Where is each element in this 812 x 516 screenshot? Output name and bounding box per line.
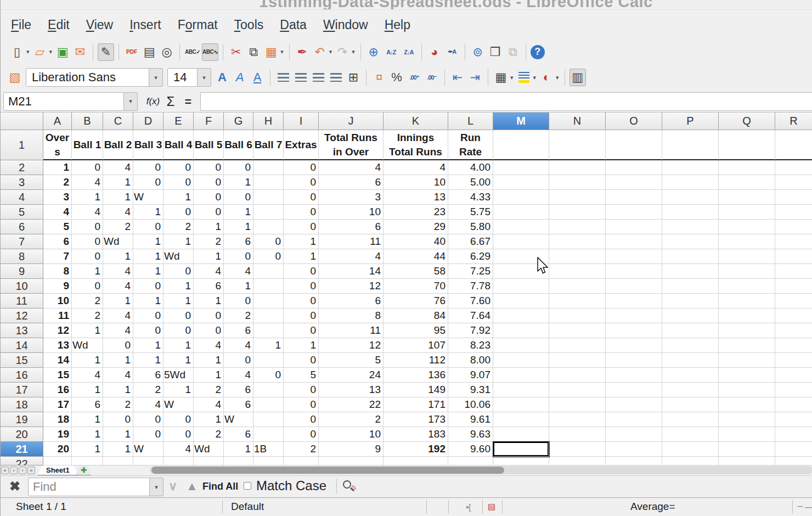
cell-L12[interactable]: 7.64 <box>448 309 493 323</box>
cell-L13[interactable]: 7.92 <box>448 323 493 338</box>
function-wizard-icon[interactable]: f(x) <box>144 93 162 110</box>
cell-I10[interactable]: 0 <box>284 279 319 294</box>
cell-Q10[interactable] <box>719 279 775 294</box>
cell-Q7[interactable] <box>719 234 775 249</box>
cell-A8[interactable]: 7 <box>43 249 72 264</box>
cell-B2[interactable]: 0 <box>72 160 103 175</box>
cell-H11[interactable] <box>253 294 284 309</box>
cell-E4[interactable]: 1 <box>163 190 194 205</box>
borders-dropdown-icon[interactable]: ▾ <box>510 74 514 81</box>
column-header-I[interactable]: I <box>284 113 319 130</box>
cell-Q5[interactable] <box>719 205 775 220</box>
sidebar-icon[interactable]: ▥ <box>569 69 586 86</box>
cell-Q13[interactable] <box>719 323 775 338</box>
cell-K17[interactable]: 149 <box>384 383 448 397</box>
cell-P15[interactable] <box>662 353 719 368</box>
cell-P5[interactable] <box>662 205 719 220</box>
horizontal-scrollbar[interactable] <box>150 466 812 474</box>
cell-M19[interactable] <box>493 412 549 427</box>
cell-P21[interactable] <box>662 442 719 457</box>
cell-Q11[interactable] <box>719 294 775 309</box>
cell-G15[interactable]: 0 <box>224 353 253 368</box>
sort-descending-icon[interactable]: Z↓A <box>401 43 417 61</box>
column-header-G[interactable]: G <box>224 113 253 130</box>
cell-A1[interactable]: Overs <box>43 130 72 160</box>
cell-D2[interactable]: 0 <box>133 160 163 175</box>
font-size-dropdown-icon[interactable]: ▾ <box>198 68 211 87</box>
cell-B8[interactable]: 0 <box>72 249 103 264</box>
cell-M16[interactable] <box>493 368 549 383</box>
cell-O12[interactable] <box>606 309 662 323</box>
cell-F16[interactable]: 1 <box>194 368 224 383</box>
first-sheet-icon[interactable]: « <box>1 467 9 474</box>
cell-D6[interactable]: 0 <box>133 220 163 234</box>
name-box[interactable]: M21 <box>3 92 124 111</box>
cell-M7[interactable] <box>493 234 549 249</box>
cell-P19[interactable] <box>662 412 719 427</box>
menu-edit[interactable]: Edit <box>40 13 78 37</box>
row-header-12[interactable]: 12 <box>1 309 43 323</box>
cell-K6[interactable]: 29 <box>384 220 448 234</box>
cell-L4[interactable]: 4.33 <box>448 190 493 205</box>
cell-C11[interactable]: 1 <box>103 294 133 309</box>
cell-E10[interactable]: 1 <box>163 279 194 294</box>
cell-M5[interactable] <box>493 205 549 220</box>
cell-N11[interactable] <box>549 294 606 309</box>
menu-view[interactable]: View <box>78 13 121 37</box>
cell-K11[interactable]: 76 <box>384 294 448 309</box>
cell-Q19[interactable] <box>719 412 775 427</box>
cell-I3[interactable]: 0 <box>284 175 319 190</box>
cell-L6[interactable]: 5.80 <box>448 220 493 234</box>
cell-M20[interactable] <box>493 427 549 442</box>
cell-M14[interactable] <box>493 338 549 353</box>
cell-J15[interactable]: 5 <box>319 353 384 368</box>
cell-L1[interactable]: Run Rate <box>448 130 493 160</box>
cell-J16[interactable]: 24 <box>319 368 384 383</box>
cell-R13[interactable] <box>775 323 812 338</box>
underline-icon[interactable]: A <box>249 69 266 86</box>
cell-J2[interactable]: 4 <box>319 160 384 175</box>
cell-G6[interactable]: 1 <box>224 220 253 234</box>
cell-H12[interactable] <box>253 309 284 323</box>
row-header-4[interactable]: 4 <box>1 190 43 205</box>
cell-C19[interactable]: 0 <box>103 412 133 427</box>
cell-N5[interactable] <box>549 205 606 220</box>
cell-E17[interactable]: 1 <box>163 383 194 397</box>
font-size-combo[interactable]: 14 ▾ <box>167 68 211 87</box>
cell-K4[interactable]: 13 <box>384 190 448 205</box>
column-header-P[interactable]: P <box>662 113 719 130</box>
cell-Q6[interactable] <box>719 220 775 234</box>
cell-J14[interactable]: 12 <box>319 338 384 353</box>
cell-G16[interactable]: 4 <box>224 368 253 383</box>
cell-O6[interactable] <box>606 220 662 234</box>
font-name-combo[interactable]: Liberation Sans ▾ <box>26 68 163 87</box>
cell-P22[interactable] <box>662 457 719 465</box>
cell-L9[interactable]: 7.25 <box>448 264 493 279</box>
cell-E20[interactable]: 0 <box>163 427 194 442</box>
cell-H10[interactable] <box>253 279 284 294</box>
cell-B18[interactable]: 6 <box>72 397 103 412</box>
cell-F3[interactable]: 0 <box>194 175 224 190</box>
cell-A5[interactable]: 4 <box>43 205 72 220</box>
cell-E19[interactable]: 0 <box>163 412 194 427</box>
cell-B19[interactable]: 1 <box>72 412 103 427</box>
cell-R7[interactable] <box>775 234 812 249</box>
cell-K9[interactable]: 58 <box>384 264 448 279</box>
cell-N3[interactable] <box>549 175 606 190</box>
cell-K16[interactable]: 136 <box>384 368 448 383</box>
cell-I18[interactable]: 0 <box>284 397 319 412</box>
cell-O4[interactable] <box>606 190 662 205</box>
cell-L8[interactable]: 6.29 <box>448 249 493 264</box>
cell-B15[interactable]: 1 <box>72 353 103 368</box>
cell-D5[interactable]: 1 <box>133 205 163 220</box>
cell-C1[interactable]: Ball 2 <box>103 130 133 160</box>
cell-D20[interactable]: 0 <box>133 427 163 442</box>
cell-L10[interactable]: 7.78 <box>448 279 493 294</box>
cell-P18[interactable] <box>662 397 719 412</box>
cell-J9[interactable]: 14 <box>319 264 384 279</box>
add-sheet-icon[interactable]: ✚ <box>77 465 91 475</box>
cell-D11[interactable]: 1 <box>133 294 163 309</box>
cell-B5[interactable]: 4 <box>72 205 103 220</box>
cell-H6[interactable] <box>253 220 284 234</box>
cell-J11[interactable]: 6 <box>319 294 384 309</box>
